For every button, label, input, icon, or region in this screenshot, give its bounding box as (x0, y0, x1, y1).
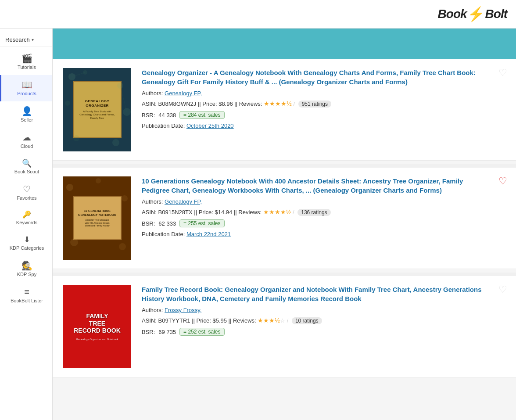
product-title-3[interactable]: Family Tree Record Book: Genealogy Organ… (142, 285, 484, 303)
price-value-1: $8.96 (219, 101, 233, 107)
logo-bolt-icon: ⚡ (467, 6, 485, 22)
seller-label: Seller (21, 117, 33, 122)
svg-point-9 (66, 184, 73, 191)
main-layout: Research ▾ 🎬 Tutorials 📖 Products 👤 Sell… (0, 29, 516, 420)
sidebar-item-favorites[interactable]: ♡ Favorites (0, 179, 52, 206)
bsr-row-3: BSR: 69 735 = 252 est. sales (142, 328, 484, 336)
asin-value-2: B0915N28TX (158, 209, 193, 215)
author-link-1[interactable]: Genealogy FP, (165, 90, 202, 97)
bsr-label-2: BSR: (142, 220, 155, 227)
cloud-icon: ☁ (22, 133, 31, 142)
reviews-label-2: Reviews: (238, 209, 262, 215)
favorite-button-2[interactable]: ♡ (498, 176, 507, 186)
favorite-button-3[interactable]: ♡ (498, 285, 507, 294)
kdp-categories-icon: ⬇ (24, 236, 30, 244)
bsr-row-2: BSR: 62 333 = 255 est. sales (142, 219, 484, 227)
asin-value-3: B09TYYTR1 (158, 317, 190, 324)
stars-3: ★★★ (258, 317, 275, 324)
bsr-row-1: BSR: 44 338 = 284 est. sales (142, 111, 484, 119)
seller-icon: 👤 (22, 107, 32, 115)
product-authors-1: Authors: Genealogy FP, (142, 90, 484, 97)
svg-point-11 (70, 238, 78, 246)
book-scout-icon: 🔍 (22, 159, 32, 167)
ratings-badge-2: 136 ratings (297, 209, 330, 216)
author-link-2[interactable]: Genealogy FP, (165, 198, 202, 205)
bsr-label-3: BSR: (142, 329, 155, 335)
product-card-2: 10 GENERATIONSGENEALOGY NOTEBOOK Ancesto… (53, 168, 516, 269)
product-title-2[interactable]: 10 Generations Genealogy Notebook With 4… (142, 176, 484, 195)
sidebar-item-kdp-categories[interactable]: ⬇ KDP Categories (0, 230, 52, 256)
sidebar: Research ▾ 🎬 Tutorials 📖 Products 👤 Sell… (0, 29, 53, 420)
product-card-3: FAMILYTREERECORD BOOK Genealogy Organize… (53, 276, 516, 377)
product-image-2: 10 GENERATIONSGENEALOGY NOTEBOOK Ancesto… (63, 176, 131, 260)
tutorials-label: Tutorials (18, 65, 36, 70)
est-sales-2: = 255 est. sales (179, 219, 224, 227)
asin-value-1: B08M8GWN2J (158, 101, 197, 107)
favorites-label: Favorites (17, 195, 36, 201)
reviews-label-3: Reviews: (233, 317, 256, 324)
sidebar-item-book-scout[interactable]: 🔍 Book Scout (0, 154, 52, 179)
ratings-badge-3: 10 ratings (292, 317, 322, 324)
svg-point-13 (96, 178, 101, 183)
reviews-label-1: Reviews: (239, 101, 262, 107)
pub-date-1: Publication Date: October 25th 2020 (142, 122, 484, 129)
products-icon: 📖 (22, 80, 32, 89)
product-title-1[interactable]: Genealogy Organizer - A Genealogy Notebo… (142, 68, 484, 86)
bsr-value-3: 69 735 (158, 329, 176, 335)
sidebar-item-kdp-spy[interactable]: 🕵 KDP Spy (0, 256, 52, 282)
chevron-down-icon: ▾ (32, 37, 34, 42)
floral-decoration-2 (63, 176, 131, 260)
keywords-label: Keywords (16, 220, 37, 225)
product-authors-3: Authors: Frossy Frossy, (142, 307, 484, 313)
sidebar-item-cloud[interactable]: ☁ Cloud (0, 128, 52, 154)
cloud-label: Cloud (21, 144, 33, 149)
book-scout-label: Book Scout (14, 169, 39, 174)
sidebar-item-bookbolt-lister[interactable]: ≡ BookBolt Lister (0, 282, 52, 309)
svg-line-8 (120, 86, 127, 112)
products-label: Products (17, 91, 36, 96)
price-label-3: Price: (197, 317, 211, 324)
est-sales-1: = 284 est. sales (179, 111, 224, 119)
product-info-1: Genealogy Organizer - A Genealogy Notebo… (142, 68, 505, 129)
logo-text-bolt: Bolt (485, 7, 507, 21)
kdp-spy-icon: 🕵 (22, 261, 32, 270)
top-bar (53, 29, 516, 59)
price-value-3: $5.95 (212, 317, 227, 324)
pub-date-link-1[interactable]: October 25th 2020 (186, 122, 234, 129)
asin-label-3: ASIN: (142, 317, 157, 324)
stars-2: ★★★★ (263, 208, 286, 215)
keywords-icon: 🔑 (22, 211, 31, 218)
asin-label-2: ASIN: (142, 209, 157, 215)
product-meta-3: ASIN: B09TYYTR1 || Price: $5.95 || Revie… (142, 317, 484, 324)
author-link-3[interactable]: Frossy Frossy, (165, 307, 201, 313)
research-dropdown[interactable]: Research ▾ (0, 33, 52, 47)
research-label: Research (5, 36, 30, 43)
stars-1: ★★★★ (264, 100, 287, 107)
pub-date-link-2[interactable]: March 22nd 2021 (186, 231, 231, 237)
book-cover-3-label: FAMILYTREERECORD BOOK (74, 312, 121, 334)
bsr-value-2: 62 333 (158, 220, 176, 227)
price-value-2: $14.94 (215, 209, 233, 215)
sidebar-item-tutorials[interactable]: 🎬 Tutorials (0, 49, 52, 75)
product-meta-1: ASIN: B08M8GWN2J || Price: $8.96 || Revi… (142, 100, 484, 108)
pub-date-2: Publication Date: March 22nd 2021 (142, 231, 484, 237)
product-authors-2: Authors: Genealogy FP, (142, 198, 484, 205)
sidebar-item-keywords[interactable]: 🔑 Keywords (0, 206, 52, 230)
product-image-1: GENEALOGYORGANIZER A Family Tree Book wi… (63, 68, 131, 151)
ratings-badge-1: 951 ratings (298, 101, 331, 108)
product-card-1: GENEALOGYORGANIZER A Family Tree Book wi… (53, 59, 516, 161)
sidebar-item-seller[interactable]: 👤 Seller (0, 101, 52, 128)
price-label-1: Price: (202, 101, 217, 107)
card-divider-2 (53, 273, 516, 276)
price-label-2: Price: (199, 209, 213, 215)
svg-point-5 (73, 135, 79, 141)
main-content: GENEALOGYORGANIZER A Family Tree Book wi… (53, 29, 516, 420)
favorite-button-1[interactable]: ♡ (498, 68, 507, 78)
asin-label-1: ASIN: (142, 101, 157, 107)
floral-decoration-1 (63, 68, 131, 151)
bookbolt-lister-icon: ≡ (24, 287, 29, 296)
logo-text-book: Book (438, 7, 467, 21)
sidebar-item-products[interactable]: 📖 Products (0, 75, 52, 101)
bsr-label-1: BSR: (142, 112, 155, 118)
product-meta-2: ASIN: B0915N28TX || Price: $14.94 || Rev… (142, 208, 484, 216)
